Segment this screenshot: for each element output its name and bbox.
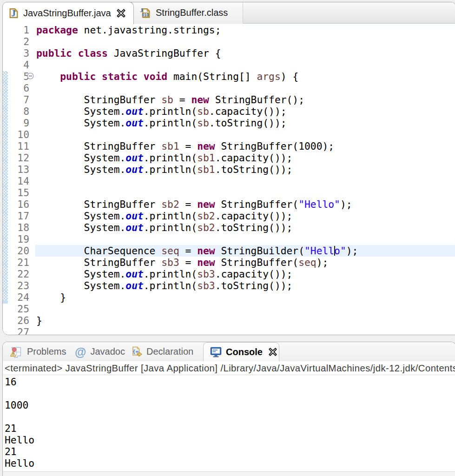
tab-label: Javadoc: [90, 346, 125, 357]
console-output-line: [5, 411, 455, 423]
code-line: StringBuffer sb = new StringBuffer();: [36, 94, 358, 106]
code-line: public static void main(String[] args) {: [36, 71, 358, 82]
tab-stringbuffer-class[interactable]: 010 J StringBuffer.class: [134, 2, 243, 24]
code-line: System.out.println(sb2.capacity());: [36, 210, 358, 222]
code-line: System.out.println(sb3.capacity());: [36, 268, 358, 280]
code-editor[interactable]: 1234567891011121314151617181920212223242…: [3, 24, 455, 335]
tab-javadoc[interactable]: @ Javadoc: [75, 342, 125, 361]
console-output-line: Hello: [5, 457, 455, 469]
svg-text:J: J: [11, 9, 15, 18]
tab-javastringbuffer-java[interactable]: J JavaStringBuffer.java: [2, 2, 134, 24]
code-line: System.out.println(sb1.toString());: [36, 164, 358, 175]
tab-declaration[interactable]: {= Declaration: [131, 342, 193, 361]
code-line: [36, 326, 358, 335]
tab-label: JavaStringBuffer.java: [23, 8, 111, 19]
code-line: public class JavaStringBuffer {: [36, 47, 358, 59]
code-line: StringBuffer sb3 = new StringBuffer(seq)…: [36, 257, 358, 268]
code-line: [36, 303, 358, 315]
svg-text:!: !: [13, 352, 14, 357]
svg-text:010: 010: [142, 13, 149, 17]
code-line: StringBuffer sb1 = new StringBuffer(1000…: [36, 140, 358, 152]
code-line: System.out.println(sb2.toString());: [36, 222, 358, 233]
code-line: StringBuffer sb2 = new StringBuffer("Hel…: [36, 198, 358, 210]
text-cursor: [334, 246, 335, 256]
code-line: CharSequence seq = new StringBuilder("He…: [36, 245, 358, 257]
console-output-line: 21: [5, 446, 455, 457]
code-line: [36, 187, 358, 198]
declaration-icon: {=: [131, 346, 142, 357]
tab-problems[interactable]: ! Problems: [10, 342, 66, 361]
console-icon: [210, 347, 222, 357]
console-output-line: Hello: [5, 434, 455, 446]
code-line: System.out.println(sb1.capacity());: [36, 152, 358, 164]
view-tab-bar: ! Problems @ Javadoc {= Declaration: [3, 342, 455, 361]
tab-label: StringBuffer.class: [156, 7, 228, 18]
console-output-line: 21: [5, 423, 455, 434]
code-line: [36, 36, 358, 47]
console-output[interactable]: 16100021Hello21Hello: [3, 375, 455, 469]
editor-pane: J JavaStringBuffer.java 010 J Str: [2, 2, 455, 335]
code-line: [36, 129, 358, 140]
code-line: package net.javastring.strings;: [36, 24, 358, 36]
tab-label: Console: [226, 347, 263, 357]
console-output-line: 16: [5, 376, 455, 388]
code-line: System.out.println(sb3.toString());: [36, 280, 358, 291]
editor-tab-bar: J JavaStringBuffer.java 010 J Str: [3, 2, 455, 24]
code-line: }: [36, 291, 358, 303]
svg-text:J: J: [140, 7, 143, 13]
code-line: System.out.println(sb.toString());: [36, 117, 358, 129]
tab-label: Declaration: [146, 346, 193, 357]
tab-label: Problems: [27, 346, 66, 357]
console-output-line: 1000: [5, 399, 455, 411]
problems-icon: !: [10, 346, 23, 358]
java-file-icon: J: [9, 8, 19, 18]
code-text: package net.javastring.strings;public cl…: [36, 24, 358, 335]
tab-console[interactable]: Console: [203, 342, 279, 361]
code-line: [36, 233, 358, 245]
class-file-icon: 010 J: [140, 7, 151, 18]
console-output-line: [5, 388, 455, 399]
code-line: }: [36, 315, 358, 326]
console-status-line: <terminated> JavaStringBuffer [Java Appl…: [3, 361, 455, 375]
console-bottom-edge: [3, 471, 455, 476]
code-line: [36, 59, 358, 71]
code-line: [36, 82, 358, 94]
close-icon[interactable]: [268, 347, 277, 357]
code-line: System.out.println(sb.capacity());: [36, 106, 358, 117]
line-number-ruler: 1234567891011121314151617181920212223242…: [3, 24, 29, 335]
close-icon[interactable]: [116, 8, 126, 18]
console-pane: ! Problems @ Javadoc {= Declaration: [2, 342, 455, 476]
code-line: [36, 175, 358, 187]
fold-collapse-icon[interactable]: [27, 73, 34, 79]
javadoc-icon: @: [75, 346, 86, 357]
